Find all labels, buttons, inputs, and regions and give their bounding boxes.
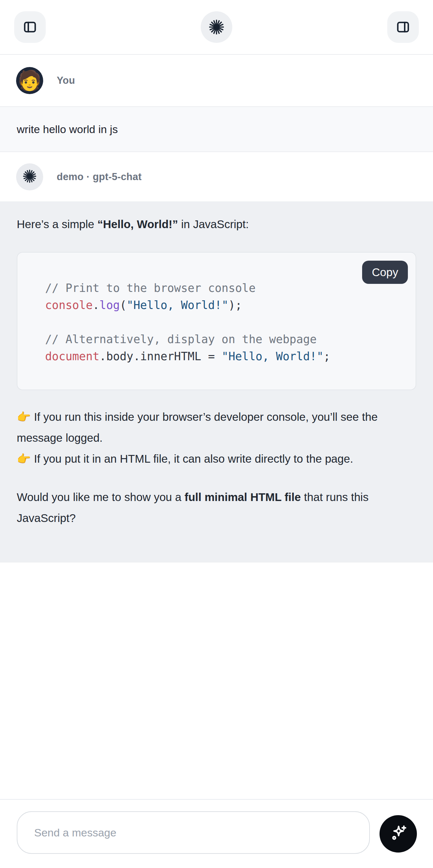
send-button[interactable]: [379, 815, 417, 852]
user-message-bubble: write hello world in js: [0, 106, 433, 152]
chat-scroll-empty-area: [0, 563, 433, 799]
user-turn-header: 🧑 You: [0, 55, 433, 106]
assistant-model-label: demo · gpt-5-chat: [57, 171, 142, 183]
assistant-tips-paragraph: 👉 If you run this inside your browser’s …: [17, 406, 416, 469]
sparkle-icon: [388, 824, 408, 844]
top-toolbar: [0, 0, 433, 55]
panel-right-icon: [396, 20, 410, 34]
code-lines: // Print to the browser consoleconsole.l…: [45, 280, 403, 365]
message-input[interactable]: [17, 811, 370, 854]
code-block: Copy // Print to the browser consolecons…: [17, 252, 416, 390]
assistant-turn-header: demo · gpt-5-chat: [0, 152, 433, 202]
panel-left-icon: [23, 20, 37, 34]
tip-line-1: 👉 If you run this inside your browser’s …: [17, 406, 416, 448]
closing-text-pre: Would you like me to show you a: [17, 491, 185, 503]
closing-text-bold: full minimal HTML file: [185, 491, 301, 503]
assistant-intro-paragraph: Here’s a simple “Hello, World!” in JavaS…: [17, 214, 416, 235]
assistant-message-bubble: Here’s a simple “Hello, World!” in JavaS…: [0, 202, 433, 563]
chat-app: 🧑 You write hello world in js: [0, 0, 433, 868]
intro-text-bold: “Hello, World!”: [97, 218, 178, 230]
starburst-icon: [22, 169, 37, 185]
assistant-closing-paragraph: Would you like me to show you a full min…: [17, 487, 416, 528]
message-composer: [0, 799, 433, 868]
user-message-text: write hello world in js: [17, 123, 118, 136]
sidebar-left-toggle-button[interactable]: [14, 11, 46, 43]
sidebar-right-toggle-button[interactable]: [387, 11, 419, 43]
intro-text-post: in JavaScript:: [178, 218, 249, 230]
intro-text-pre: Here’s a simple: [17, 218, 97, 230]
tip-line-2: 👉 If you put it in an HTML file, it can …: [17, 448, 416, 469]
code-content: // Print to the browser consoleconsole.l…: [18, 253, 415, 390]
model-spinner-button[interactable]: [201, 11, 232, 43]
user-avatar: 🧑: [16, 67, 43, 94]
user-name-label: You: [57, 75, 75, 86]
copy-code-button[interactable]: Copy: [362, 261, 408, 284]
assistant-avatar: [16, 163, 43, 190]
starburst-icon: [208, 19, 225, 35]
